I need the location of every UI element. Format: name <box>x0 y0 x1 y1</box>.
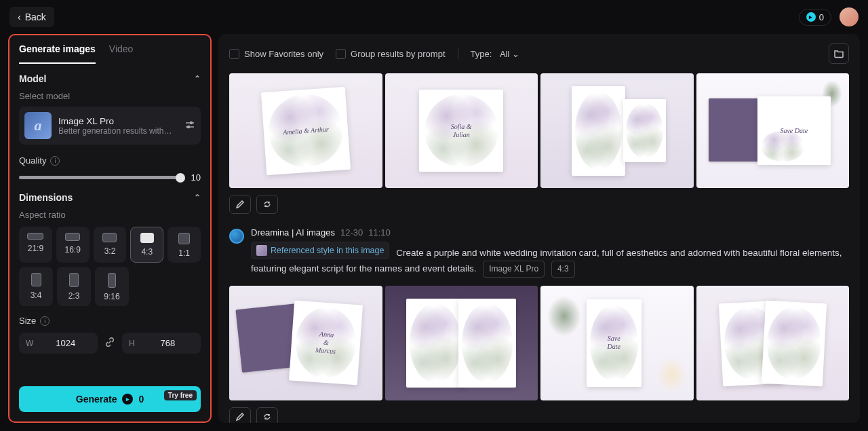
try-free-badge: Try free <box>164 390 197 400</box>
width-input[interactable]: W 1024 <box>19 333 98 354</box>
info-icon[interactable]: i <box>50 156 60 166</box>
generate-cost: 0 <box>138 394 144 405</box>
ratio-tag: 4:3 <box>551 261 575 278</box>
tab-generate-images[interactable]: Generate images <box>19 43 96 64</box>
group-by-prompt-checkbox[interactable]: Group results by prompt <box>336 49 445 59</box>
generate-panel: Generate images Video Model ⌃ Select mod… <box>8 34 212 423</box>
model-name: Image XL Pro <box>58 116 174 126</box>
aspect-ratio-label: Aspect ratio <box>19 210 201 220</box>
quality-value: 10 <box>189 172 201 183</box>
author-avatar[interactable] <box>229 229 244 244</box>
quality-label: Quality <box>19 155 46 166</box>
edit-button[interactable] <box>229 407 251 423</box>
results-area: Show Favorites only Group results by pro… <box>218 34 860 423</box>
result-image[interactable]: Amelia & Arthur <box>229 73 382 188</box>
model-tag: Image XL Pro <box>483 261 545 278</box>
result-image[interactable] <box>385 286 538 400</box>
gen-date: 12-30 <box>340 227 363 238</box>
aspect-2-3[interactable]: 2:3 <box>57 267 91 306</box>
separator <box>458 48 458 59</box>
gen-time: 11:10 <box>368 227 391 238</box>
aspect-4-3[interactable]: 4:3 <box>130 227 163 263</box>
sliders-icon[interactable] <box>184 119 195 132</box>
info-icon[interactable]: i <box>40 316 50 326</box>
result-image[interactable]: Save Date <box>696 73 850 188</box>
model-section-title: Model <box>19 73 46 84</box>
show-favorites-checkbox[interactable]: Show Favorites only <box>229 49 323 59</box>
credit-icon: ▸ <box>122 394 133 405</box>
checkbox-icon <box>229 49 239 59</box>
model-desc: Better generation results with profe... <box>58 126 174 136</box>
quality-slider[interactable] <box>19 176 180 179</box>
credits-value: 0 <box>819 12 824 22</box>
svg-point-3 <box>188 126 190 128</box>
result-image[interactable] <box>696 286 850 400</box>
folder-button[interactable] <box>829 43 849 64</box>
regenerate-button[interactable] <box>256 407 278 423</box>
chevron-up-icon: ⌃ <box>194 193 201 202</box>
link-icon[interactable] <box>104 337 115 350</box>
size-label: Size <box>19 316 36 326</box>
checkbox-icon <box>336 49 346 59</box>
type-filter[interactable]: Type: All ⌄ <box>471 49 520 59</box>
model-selector[interactable]: a Image XL Pro Better generation results… <box>19 107 201 145</box>
back-button[interactable]: ‹ Back <box>9 7 54 27</box>
generate-button[interactable]: Generate ▸ 0 Try free <box>19 386 201 412</box>
tab-video[interactable]: Video <box>109 43 134 64</box>
svg-point-1 <box>191 121 193 124</box>
model-section-header[interactable]: Model ⌃ <box>19 73 201 84</box>
dimensions-section-header[interactable]: Dimensions ⌃ <box>19 192 201 203</box>
dimensions-title: Dimensions <box>19 192 73 203</box>
avatar[interactable] <box>840 7 859 26</box>
result-image[interactable]: Anna&Marcus <box>229 286 382 400</box>
generate-label: Generate <box>76 394 117 405</box>
result-image[interactable]: SaveDate <box>540 286 694 400</box>
select-model-label: Select model <box>19 91 201 101</box>
chevron-down-icon: ⌄ <box>512 49 519 59</box>
credit-icon: ▸ <box>806 12 816 22</box>
aspect-3-2[interactable]: 3:2 <box>94 227 127 263</box>
aspect-1-1[interactable]: 1:1 <box>167 227 201 263</box>
chevron-up-icon: ⌃ <box>194 74 201 83</box>
result-image[interactable]: Sofia &Julian <box>385 73 538 188</box>
ref-thumb-icon <box>256 245 267 256</box>
result-image[interactable] <box>540 73 694 188</box>
aspect-21-9[interactable]: 21:9 <box>19 227 52 263</box>
chevron-left-icon: ‹ <box>18 12 21 22</box>
height-input[interactable]: H 768 <box>122 333 201 354</box>
author-name: Dreamina | AI images <box>251 227 335 238</box>
model-thumbnail: a <box>24 112 52 139</box>
aspect-9-16[interactable]: 9:16 <box>95 267 129 306</box>
ref-style-badge[interactable]: Referenced style in this image <box>251 242 389 259</box>
edit-button[interactable] <box>229 195 251 214</box>
back-label: Back <box>25 12 46 22</box>
credits-pill[interactable]: ▸ 0 <box>799 9 831 26</box>
aspect-16-9[interactable]: 16:9 <box>56 227 90 263</box>
aspect-3-4[interactable]: 3:4 <box>19 267 53 306</box>
regenerate-button[interactable] <box>256 195 278 214</box>
